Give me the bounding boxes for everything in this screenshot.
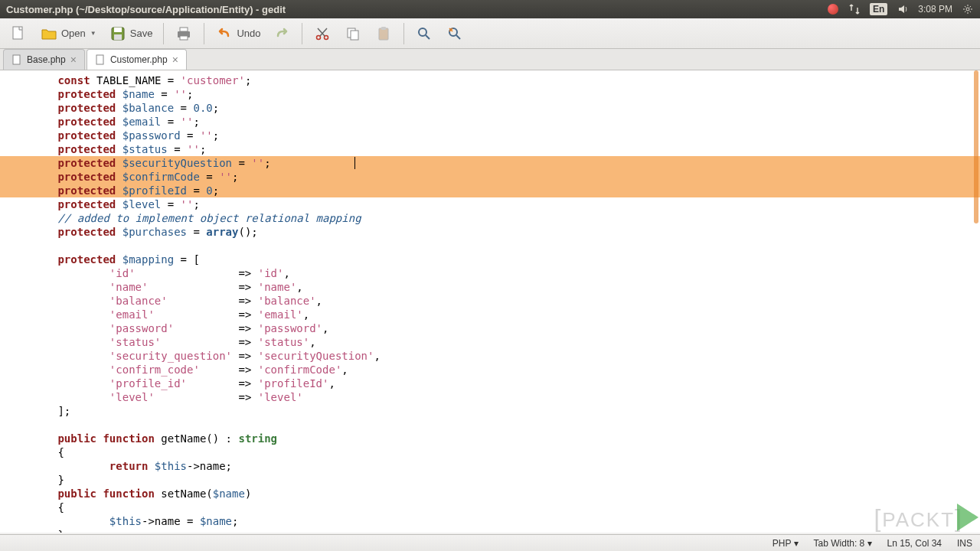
svg-point-14 <box>419 28 426 36</box>
status-insert-mode[interactable]: INS <box>957 538 972 549</box>
svg-rect-7 <box>180 36 188 40</box>
chevron-down-icon: ▼ <box>90 30 96 37</box>
save-button[interactable]: Save <box>104 21 158 46</box>
undo-button[interactable]: Undo <box>211 21 265 46</box>
find-button[interactable] <box>410 21 438 46</box>
paste-icon <box>374 24 393 43</box>
find-replace-button[interactable] <box>441 21 469 46</box>
svg-point-0 <box>966 8 969 11</box>
undo-label: Undo <box>237 28 260 39</box>
search-icon <box>415 24 433 43</box>
redo-button[interactable] <box>268 21 296 46</box>
file-icon <box>95 54 106 65</box>
close-icon[interactable]: × <box>172 54 178 66</box>
language-indicator[interactable]: En <box>870 3 887 15</box>
gear-icon[interactable] <box>962 3 974 15</box>
menubar-indicators: En 3:08 PM <box>827 3 974 15</box>
undo-icon <box>215 24 234 43</box>
open-button[interactable]: Open ▼ <box>35 21 101 46</box>
folder-open-icon <box>40 24 58 43</box>
save-icon <box>109 24 127 43</box>
svg-rect-13 <box>381 27 386 30</box>
window-title: Customer.php (~/Desktop/source/Applicati… <box>6 4 286 15</box>
copy-icon <box>344 24 362 43</box>
tab-label: Customer.php <box>110 54 168 65</box>
tab-label: Base.php <box>27 54 66 65</box>
svg-point-8 <box>317 35 321 39</box>
find-replace-icon <box>446 24 464 43</box>
status-language[interactable]: PHP ▾ <box>773 538 799 549</box>
play-icon <box>957 504 978 531</box>
svg-rect-6 <box>180 28 188 31</box>
status-position: Ln 15, Col 34 <box>887 538 942 549</box>
tab-bar: Base.php × Customer.php × <box>0 49 980 70</box>
copy-button[interactable] <box>339 21 367 46</box>
scrollbar[interactable] <box>974 70 978 223</box>
toolbar: Open ▼ Save Undo <box>0 18 980 49</box>
svg-rect-16 <box>13 55 20 64</box>
status-tabwidth[interactable]: Tab Width: 8 ▾ <box>814 538 872 549</box>
tab-customer-php[interactable]: Customer.php × <box>87 49 187 70</box>
record-icon[interactable] <box>827 3 839 15</box>
volume-icon[interactable] <box>897 3 909 15</box>
watermark: [PACKT] <box>874 504 963 533</box>
scissors-icon <box>313 24 332 43</box>
close-icon[interactable]: × <box>70 54 77 66</box>
open-label: Open <box>61 28 86 39</box>
print-icon <box>175 24 193 43</box>
network-icon[interactable] <box>848 3 861 15</box>
save-label: Save <box>130 28 153 39</box>
editor-area[interactable]: const TABLE_NAME = 'customer'; protected… <box>0 70 980 533</box>
clock[interactable]: 3:08 PM <box>918 4 952 15</box>
new-file-icon <box>9 24 28 43</box>
redo-icon <box>273 24 291 43</box>
tab-base-php[interactable]: Base.php × <box>3 49 85 70</box>
svg-rect-4 <box>114 34 122 40</box>
cut-button[interactable] <box>309 21 336 46</box>
svg-rect-11 <box>351 31 358 40</box>
svg-rect-3 <box>114 28 122 32</box>
svg-point-9 <box>325 35 328 39</box>
print-button[interactable] <box>170 21 198 46</box>
svg-rect-12 <box>379 28 388 40</box>
paste-button[interactable] <box>370 21 397 46</box>
new-button[interactable] <box>5 21 32 46</box>
menubar: Customer.php (~/Desktop/source/Applicati… <box>0 0 980 18</box>
statusbar: PHP ▾ Tab Width: 8 ▾ Ln 15, Col 34 INS <box>0 534 980 551</box>
svg-rect-17 <box>96 55 103 64</box>
file-icon <box>11 54 22 65</box>
